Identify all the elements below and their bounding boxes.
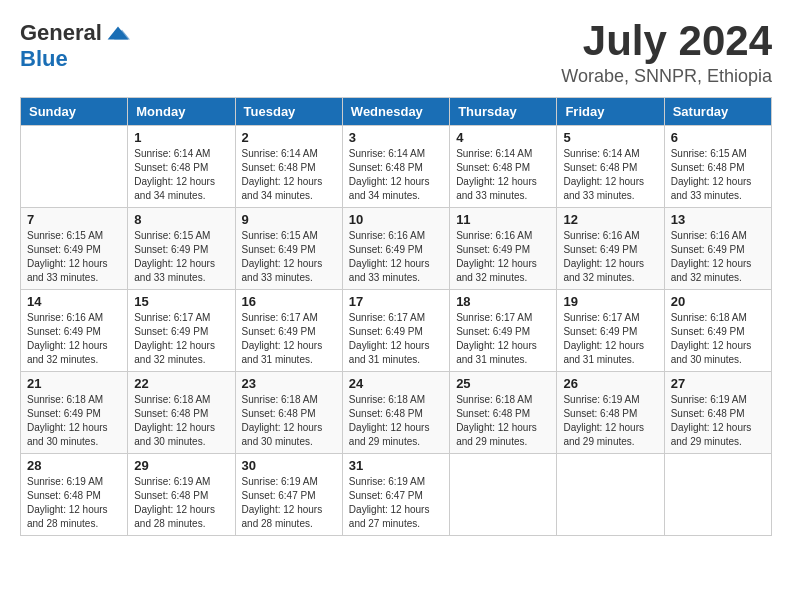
day-info: Sunrise: 6:15 AMSunset: 6:49 PMDaylight:… bbox=[242, 229, 336, 285]
calendar-cell: 28Sunrise: 6:19 AMSunset: 6:48 PMDayligh… bbox=[21, 454, 128, 536]
calendar-cell: 12Sunrise: 6:16 AMSunset: 6:49 PMDayligh… bbox=[557, 208, 664, 290]
calendar-cell bbox=[664, 454, 771, 536]
calendar-cell: 13Sunrise: 6:16 AMSunset: 6:49 PMDayligh… bbox=[664, 208, 771, 290]
calendar-cell: 8Sunrise: 6:15 AMSunset: 6:49 PMDaylight… bbox=[128, 208, 235, 290]
day-info: Sunrise: 6:16 AMSunset: 6:49 PMDaylight:… bbox=[27, 311, 121, 367]
day-info: Sunrise: 6:16 AMSunset: 6:49 PMDaylight:… bbox=[563, 229, 657, 285]
location-title: Worabe, SNNPR, Ethiopia bbox=[561, 66, 772, 87]
day-info: Sunrise: 6:14 AMSunset: 6:48 PMDaylight:… bbox=[456, 147, 550, 203]
day-number: 11 bbox=[456, 212, 550, 227]
calendar-week-4: 21Sunrise: 6:18 AMSunset: 6:49 PMDayligh… bbox=[21, 372, 772, 454]
weekday-header-saturday: Saturday bbox=[664, 98, 771, 126]
day-number: 20 bbox=[671, 294, 765, 309]
day-info: Sunrise: 6:18 AMSunset: 6:48 PMDaylight:… bbox=[456, 393, 550, 449]
day-number: 7 bbox=[27, 212, 121, 227]
calendar-cell: 24Sunrise: 6:18 AMSunset: 6:48 PMDayligh… bbox=[342, 372, 449, 454]
day-number: 2 bbox=[242, 130, 336, 145]
day-number: 23 bbox=[242, 376, 336, 391]
day-number: 24 bbox=[349, 376, 443, 391]
day-info: Sunrise: 6:18 AMSunset: 6:49 PMDaylight:… bbox=[671, 311, 765, 367]
day-info: Sunrise: 6:19 AMSunset: 6:48 PMDaylight:… bbox=[27, 475, 121, 531]
day-info: Sunrise: 6:17 AMSunset: 6:49 PMDaylight:… bbox=[456, 311, 550, 367]
day-number: 21 bbox=[27, 376, 121, 391]
day-number: 27 bbox=[671, 376, 765, 391]
day-number: 31 bbox=[349, 458, 443, 473]
logo-blue: Blue bbox=[20, 46, 68, 72]
calendar-cell bbox=[557, 454, 664, 536]
day-info: Sunrise: 6:17 AMSunset: 6:49 PMDaylight:… bbox=[134, 311, 228, 367]
calendar-cell: 22Sunrise: 6:18 AMSunset: 6:48 PMDayligh… bbox=[128, 372, 235, 454]
calendar-cell: 27Sunrise: 6:19 AMSunset: 6:48 PMDayligh… bbox=[664, 372, 771, 454]
day-number: 15 bbox=[134, 294, 228, 309]
calendar-cell: 25Sunrise: 6:18 AMSunset: 6:48 PMDayligh… bbox=[450, 372, 557, 454]
day-number: 5 bbox=[563, 130, 657, 145]
calendar-cell: 17Sunrise: 6:17 AMSunset: 6:49 PMDayligh… bbox=[342, 290, 449, 372]
calendar-week-3: 14Sunrise: 6:16 AMSunset: 6:49 PMDayligh… bbox=[21, 290, 772, 372]
day-info: Sunrise: 6:15 AMSunset: 6:48 PMDaylight:… bbox=[671, 147, 765, 203]
calendar-week-2: 7Sunrise: 6:15 AMSunset: 6:49 PMDaylight… bbox=[21, 208, 772, 290]
day-number: 30 bbox=[242, 458, 336, 473]
calendar-cell: 4Sunrise: 6:14 AMSunset: 6:48 PMDaylight… bbox=[450, 126, 557, 208]
day-info: Sunrise: 6:14 AMSunset: 6:48 PMDaylight:… bbox=[242, 147, 336, 203]
day-info: Sunrise: 6:19 AMSunset: 6:48 PMDaylight:… bbox=[563, 393, 657, 449]
calendar-cell: 14Sunrise: 6:16 AMSunset: 6:49 PMDayligh… bbox=[21, 290, 128, 372]
weekday-header-sunday: Sunday bbox=[21, 98, 128, 126]
day-info: Sunrise: 6:15 AMSunset: 6:49 PMDaylight:… bbox=[134, 229, 228, 285]
weekday-header-row: SundayMondayTuesdayWednesdayThursdayFrid… bbox=[21, 98, 772, 126]
weekday-header-thursday: Thursday bbox=[450, 98, 557, 126]
calendar-cell: 20Sunrise: 6:18 AMSunset: 6:49 PMDayligh… bbox=[664, 290, 771, 372]
calendar-week-5: 28Sunrise: 6:19 AMSunset: 6:48 PMDayligh… bbox=[21, 454, 772, 536]
day-info: Sunrise: 6:19 AMSunset: 6:48 PMDaylight:… bbox=[671, 393, 765, 449]
day-number: 12 bbox=[563, 212, 657, 227]
calendar-cell bbox=[21, 126, 128, 208]
day-info: Sunrise: 6:17 AMSunset: 6:49 PMDaylight:… bbox=[563, 311, 657, 367]
day-number: 26 bbox=[563, 376, 657, 391]
day-info: Sunrise: 6:16 AMSunset: 6:49 PMDaylight:… bbox=[349, 229, 443, 285]
day-info: Sunrise: 6:18 AMSunset: 6:48 PMDaylight:… bbox=[242, 393, 336, 449]
day-number: 14 bbox=[27, 294, 121, 309]
calendar-cell: 18Sunrise: 6:17 AMSunset: 6:49 PMDayligh… bbox=[450, 290, 557, 372]
header-section: General Blue July 2024 Worabe, SNNPR, Et… bbox=[20, 20, 772, 87]
calendar-cell: 9Sunrise: 6:15 AMSunset: 6:49 PMDaylight… bbox=[235, 208, 342, 290]
calendar-cell: 2Sunrise: 6:14 AMSunset: 6:48 PMDaylight… bbox=[235, 126, 342, 208]
day-number: 29 bbox=[134, 458, 228, 473]
day-info: Sunrise: 6:14 AMSunset: 6:48 PMDaylight:… bbox=[134, 147, 228, 203]
day-info: Sunrise: 6:19 AMSunset: 6:47 PMDaylight:… bbox=[349, 475, 443, 531]
day-info: Sunrise: 6:18 AMSunset: 6:48 PMDaylight:… bbox=[349, 393, 443, 449]
day-number: 3 bbox=[349, 130, 443, 145]
day-info: Sunrise: 6:14 AMSunset: 6:48 PMDaylight:… bbox=[563, 147, 657, 203]
day-number: 8 bbox=[134, 212, 228, 227]
day-number: 16 bbox=[242, 294, 336, 309]
day-number: 4 bbox=[456, 130, 550, 145]
calendar-cell: 31Sunrise: 6:19 AMSunset: 6:47 PMDayligh… bbox=[342, 454, 449, 536]
calendar-cell: 10Sunrise: 6:16 AMSunset: 6:49 PMDayligh… bbox=[342, 208, 449, 290]
day-number: 1 bbox=[134, 130, 228, 145]
calendar-cell: 11Sunrise: 6:16 AMSunset: 6:49 PMDayligh… bbox=[450, 208, 557, 290]
calendar-cell: 21Sunrise: 6:18 AMSunset: 6:49 PMDayligh… bbox=[21, 372, 128, 454]
month-year-title: July 2024 bbox=[561, 20, 772, 62]
logo-general: General bbox=[20, 20, 102, 46]
day-info: Sunrise: 6:15 AMSunset: 6:49 PMDaylight:… bbox=[27, 229, 121, 285]
calendar-cell: 26Sunrise: 6:19 AMSunset: 6:48 PMDayligh… bbox=[557, 372, 664, 454]
day-number: 6 bbox=[671, 130, 765, 145]
day-info: Sunrise: 6:16 AMSunset: 6:49 PMDaylight:… bbox=[456, 229, 550, 285]
calendar-cell bbox=[450, 454, 557, 536]
day-number: 18 bbox=[456, 294, 550, 309]
logo: General Blue bbox=[20, 20, 130, 72]
calendar-week-1: 1Sunrise: 6:14 AMSunset: 6:48 PMDaylight… bbox=[21, 126, 772, 208]
day-info: Sunrise: 6:18 AMSunset: 6:49 PMDaylight:… bbox=[27, 393, 121, 449]
calendar-table: SundayMondayTuesdayWednesdayThursdayFrid… bbox=[20, 97, 772, 536]
weekday-header-monday: Monday bbox=[128, 98, 235, 126]
weekday-header-tuesday: Tuesday bbox=[235, 98, 342, 126]
weekday-header-friday: Friday bbox=[557, 98, 664, 126]
day-info: Sunrise: 6:18 AMSunset: 6:48 PMDaylight:… bbox=[134, 393, 228, 449]
calendar-cell: 1Sunrise: 6:14 AMSunset: 6:48 PMDaylight… bbox=[128, 126, 235, 208]
day-number: 22 bbox=[134, 376, 228, 391]
day-info: Sunrise: 6:17 AMSunset: 6:49 PMDaylight:… bbox=[242, 311, 336, 367]
calendar-cell: 19Sunrise: 6:17 AMSunset: 6:49 PMDayligh… bbox=[557, 290, 664, 372]
day-info: Sunrise: 6:17 AMSunset: 6:49 PMDaylight:… bbox=[349, 311, 443, 367]
calendar-cell: 23Sunrise: 6:18 AMSunset: 6:48 PMDayligh… bbox=[235, 372, 342, 454]
calendar-cell: 5Sunrise: 6:14 AMSunset: 6:48 PMDaylight… bbox=[557, 126, 664, 208]
day-number: 25 bbox=[456, 376, 550, 391]
day-info: Sunrise: 6:19 AMSunset: 6:47 PMDaylight:… bbox=[242, 475, 336, 531]
